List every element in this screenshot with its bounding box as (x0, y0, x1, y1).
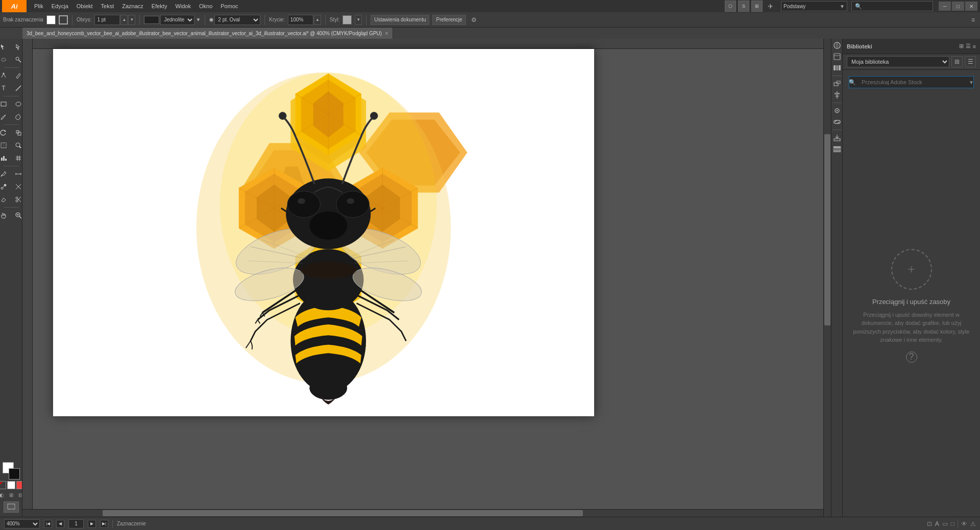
links-panel-icon[interactable] (832, 117, 842, 127)
style-dropdown[interactable]: ▼ (355, 15, 362, 25)
transform-panel-icon[interactable] (832, 79, 842, 88)
page-input[interactable] (68, 519, 84, 528)
blend-tool[interactable] (0, 181, 11, 193)
pen-tool[interactable] (0, 69, 11, 82)
tab-close-button[interactable]: × (385, 30, 388, 36)
scale-tool[interactable] (11, 127, 22, 139)
libraries-list-view[interactable]: ☰ (966, 43, 971, 49)
measure-tool[interactable] (11, 168, 22, 180)
preferences-button[interactable]: Preferencje (432, 15, 465, 25)
layers-panel-icon[interactable] (832, 144, 842, 154)
minimize-button[interactable]: ─ (938, 1, 951, 11)
menu-okno[interactable]: Okno (195, 0, 216, 12)
white-color-swatch[interactable] (7, 481, 15, 489)
libraries-panel-icon[interactable] (832, 63, 842, 72)
free-transform-tool[interactable] (0, 139, 11, 152)
help-icon[interactable]: ? (906, 351, 917, 363)
eyedropper-tool[interactable] (0, 168, 11, 180)
paintbrush-tool[interactable] (0, 111, 11, 123)
opacity-up[interactable]: ▲ (314, 15, 321, 25)
menu-zaznacz[interactable]: Zaznacz (118, 0, 147, 12)
library-grid-btn[interactable]: ⊞ (951, 56, 963, 67)
mesh-tool[interactable] (11, 152, 22, 164)
last-page-btn[interactable]: ▶| (100, 520, 108, 528)
horizontal-scroll-thumb[interactable] (103, 510, 583, 516)
menu-pomoc[interactable]: Pomoc (217, 0, 241, 12)
opacity-input[interactable] (288, 15, 313, 25)
vertical-scrollbar[interactable] (823, 39, 831, 517)
line-tool[interactable] (11, 82, 22, 94)
pattern-fill-btn[interactable]: ⊞ (7, 491, 15, 499)
horizontal-scrollbar[interactable] (22, 509, 823, 517)
direct-selection-tool[interactable] (11, 41, 22, 53)
panel-collapse-icon[interactable]: ≡ (971, 16, 975, 23)
search-expand-icon[interactable]: ▼ (969, 80, 974, 85)
doc-settings-button[interactable]: Ustawienia dokumentu (371, 15, 429, 25)
stroke-color-swatch[interactable] (9, 468, 20, 479)
menu-plik[interactable]: Plik (31, 0, 47, 12)
blob-brush-tool[interactable] (11, 111, 22, 123)
options-overflow-icon[interactable]: ⚙ (471, 16, 477, 23)
libraries-grid-view[interactable]: ⊞ (959, 43, 964, 49)
menu-tekst[interactable]: Tekst (97, 0, 118, 12)
properties-panel-icon[interactable] (832, 106, 842, 115)
color-mode-btn[interactable] (16, 481, 23, 489)
lasso-tool[interactable] (0, 54, 11, 66)
stroke-preview[interactable] (144, 16, 159, 24)
scissors-tool[interactable] (11, 193, 22, 206)
selection-tool[interactable] (0, 41, 11, 53)
menu-efekty[interactable]: Efekty (148, 0, 171, 12)
hand-tool[interactable] (0, 209, 11, 221)
status-align-icon[interactable]: ⊡ (927, 520, 932, 527)
status-swatch-icon[interactable]: ▭ (942, 520, 948, 527)
symbol-sprayer-tool[interactable] (11, 139, 22, 152)
brush-select[interactable]: 2 pt. Oval (214, 15, 260, 25)
export-panel-icon[interactable] (832, 133, 842, 142)
stroke-swatch[interactable] (59, 15, 68, 24)
first-page-btn[interactable]: |◀ (44, 520, 52, 528)
close-button[interactable]: ✕ (965, 1, 978, 11)
align-panel-icon[interactable] (832, 90, 842, 99)
slice-tool[interactable] (11, 181, 22, 193)
maximize-button[interactable]: □ (951, 1, 965, 11)
stroke-preset-picker[interactable]: S (738, 1, 749, 12)
library-selector[interactable]: Moja biblioteka (847, 56, 949, 67)
stroke-width-down[interactable]: ▼ (128, 15, 135, 25)
eraser-tool[interactable] (0, 193, 11, 206)
appearance-panel-icon[interactable] (832, 52, 842, 61)
status-eye-icon[interactable]: 👁 (961, 520, 967, 527)
stroke-width-input[interactable] (94, 15, 120, 25)
status-alert-icon[interactable]: ⚠ (970, 520, 976, 527)
none-fill-btn[interactable]: ⊟ (16, 491, 23, 499)
artboard[interactable] (53, 49, 594, 416)
zoom-select[interactable]: 400% (4, 519, 40, 528)
workspace-switcher-icon[interactable]: ⊞ (751, 1, 763, 12)
library-list-btn[interactable]: ☰ (965, 56, 976, 67)
brush-preset-picker[interactable]: ⬡ (725, 1, 736, 12)
fill-swatch[interactable] (46, 15, 56, 24)
status-rect-icon[interactable]: □ (951, 520, 954, 527)
zoom-tool[interactable] (11, 209, 22, 221)
type-tool[interactable]: T (0, 82, 11, 94)
menu-widok[interactable]: Widok (172, 0, 194, 12)
pencil-tool[interactable] (11, 69, 22, 82)
menu-edycja[interactable]: Edycja (48, 0, 72, 12)
workspace-selector[interactable]: Podstawy ▼ (781, 1, 847, 11)
rotate-tool[interactable] (0, 127, 11, 139)
color-panel-icon[interactable] (832, 41, 842, 50)
stroke-width-up[interactable]: ▲ (120, 15, 128, 25)
ellipse-tool[interactable] (11, 98, 22, 110)
libraries-search-input[interactable] (849, 76, 974, 88)
magic-wand-tool[interactable] (11, 54, 22, 66)
libraries-options[interactable]: ≡ (973, 43, 976, 49)
rectangle-tool[interactable] (0, 98, 11, 110)
next-page-btn[interactable]: ▶ (88, 520, 96, 528)
document-tab[interactable]: 3d_bee_and_honeycomb_vector_bee_ai_adobe… (22, 28, 393, 39)
search-bar[interactable]: 🔍 (851, 1, 933, 11)
canvas-area[interactable] (22, 39, 831, 517)
none-color-swatch[interactable] (0, 481, 6, 489)
shortcut-icon[interactable]: ✈ (765, 1, 776, 12)
artboard-tool[interactable] (4, 501, 19, 513)
menu-obiekt[interactable]: Obiekt (73, 0, 96, 12)
gradient-fill-btn[interactable]: ◐ (0, 491, 6, 499)
